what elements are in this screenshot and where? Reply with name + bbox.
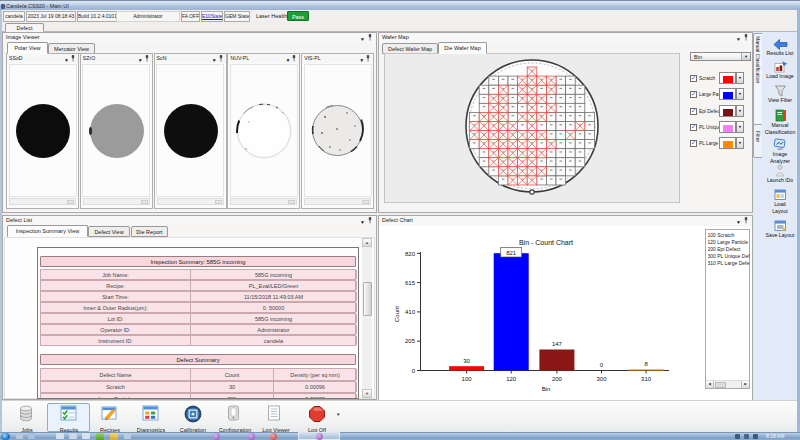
svg-text:310: 310	[641, 376, 652, 382]
svg-text:100: 100	[462, 376, 473, 382]
svg-text:821: 821	[506, 250, 517, 256]
svg-text:120: 120	[506, 376, 517, 382]
svg-text:Bin: Bin	[542, 386, 551, 392]
svg-text:Count: Count	[394, 306, 400, 322]
svg-text:147: 147	[552, 341, 563, 347]
svg-text:30: 30	[463, 358, 470, 364]
svg-text:0: 0	[412, 368, 416, 374]
svg-text:8: 8	[644, 361, 648, 367]
svg-text:300: 300	[596, 376, 607, 382]
svg-text:410: 410	[405, 309, 416, 315]
svg-text:200: 200	[552, 376, 563, 382]
svg-text:615: 615	[405, 280, 416, 286]
svg-text:0: 0	[600, 362, 604, 368]
svg-text:820: 820	[405, 251, 416, 257]
svg-text:Bin - Count Chart: Bin - Count Chart	[519, 239, 573, 246]
svg-text:205: 205	[405, 338, 416, 344]
